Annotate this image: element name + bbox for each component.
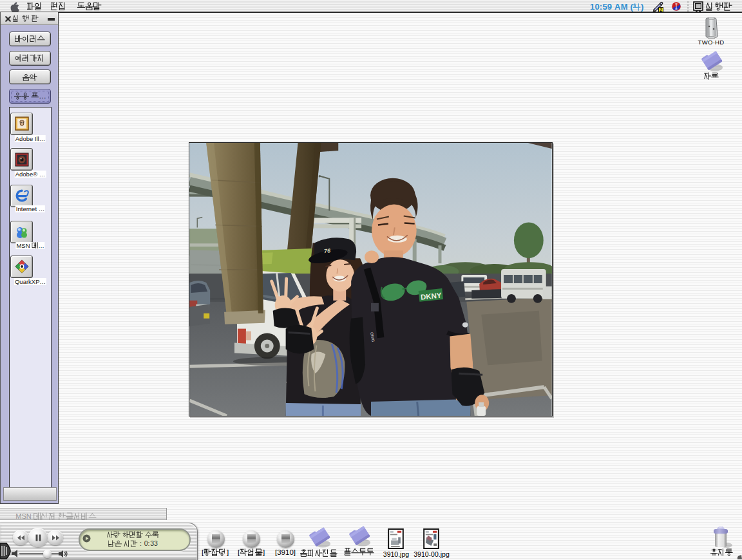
svg-text:N: N — [26, 512, 32, 520]
svg-text::: : — [147, 540, 149, 547]
svg-text::: : — [139, 540, 141, 547]
svg-text:]: ] — [226, 548, 228, 556]
svg-text:[: [ — [202, 548, 204, 556]
svg-text:S: S — [21, 512, 26, 520]
svg-text:2: 2 — [660, 8, 662, 12]
svg-text:[: [ — [238, 548, 240, 556]
svg-text:M: M — [15, 512, 21, 520]
svg-text:…: … — [39, 92, 46, 100]
svg-text:76: 76 — [324, 247, 332, 254]
svg-text:3: 3 — [154, 540, 158, 547]
svg-text:]: ] — [262, 548, 264, 556]
